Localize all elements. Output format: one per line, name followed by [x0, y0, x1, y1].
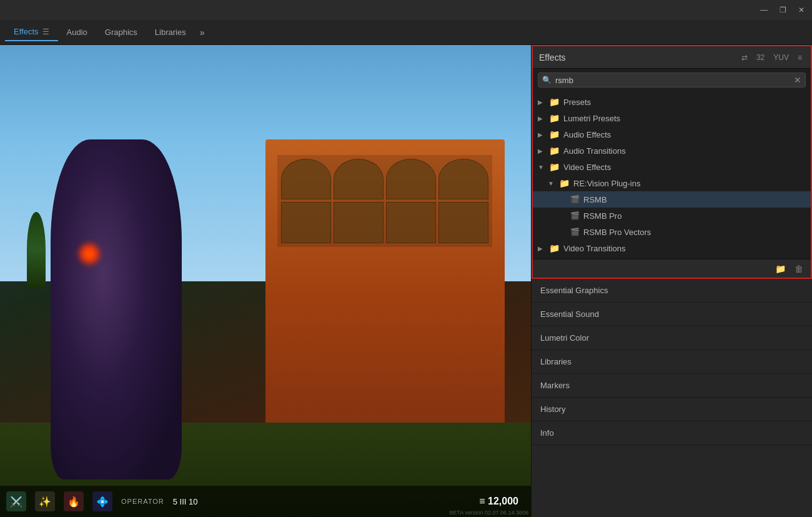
tree-item-audio-effects[interactable]: ▶ 📁 Audio Effects: [533, 126, 811, 143]
tab-menu-icon[interactable]: ☰: [42, 28, 49, 36]
panel-row-info[interactable]: Info: [532, 421, 812, 445]
panel-label-libraries: Libraries: [540, 357, 572, 366]
window-5: [281, 202, 331, 243]
tree-label-audio-effects: Audio Effects: [563, 130, 611, 139]
tree-label-rsmb-pro: RSMB Pro: [583, 211, 621, 221]
panel-row-essential-graphics[interactable]: Essential Graphics: [532, 279, 812, 303]
character-eye-glow: [77, 241, 102, 266]
tab-audio-label: Audio: [67, 28, 87, 37]
tab-effects-label: Effects: [14, 27, 39, 36]
window-7: [386, 202, 436, 243]
window-1: [281, 159, 331, 200]
chevron-right-icon: ▶: [538, 99, 545, 106]
maximize-button[interactable]: ❐: [777, 6, 788, 14]
tree-item-rsmb[interactable]: ▶ 🎬 RSMB: [533, 191, 811, 208]
tab-audio[interactable]: Audio: [58, 24, 96, 41]
hud-version: BETA version 02.07.06.14.3606: [450, 509, 528, 516]
folder-icon: 📁: [549, 97, 560, 107]
right-panel: Effects ⇄ 32 YUV ≡ 🔍 ✕ ▶ 📁: [531, 45, 812, 517]
character: [27, 102, 266, 479]
tree-item-video-transitions[interactable]: ▶ 📁 Video Transitions: [533, 240, 811, 256]
effect-icon: 🎬: [570, 228, 580, 236]
tree-item-lumetri[interactable]: ▶ 📁 Lumetri Presets: [533, 110, 811, 126]
video-preview: ⚔️ ✨ 🔥 💠 OPERATOR 5 III 10 ≡ 12,000 BETA…: [0, 45, 531, 517]
tree-item-video-effects[interactable]: ▼ 📁 Video Effects: [533, 159, 811, 175]
tree-item-presets[interactable]: ▶ 📁 Presets: [533, 94, 811, 110]
window-8: [438, 202, 488, 243]
tree-item-audio-transitions[interactable]: ▶ 📁 Audio Transitions: [533, 143, 811, 159]
tree-label-lumetri: Lumetri Presets: [563, 114, 620, 123]
effects-panel: Effects ⇄ 32 YUV ≡ 🔍 ✕ ▶ 📁: [532, 45, 812, 279]
effect-icon: 🎬: [570, 195, 580, 204]
folder-icon: 📁: [549, 162, 560, 172]
search-clear-button[interactable]: ✕: [794, 75, 801, 85]
window-3: [386, 159, 436, 200]
tab-more-button[interactable]: »: [195, 25, 210, 40]
tree-label-presets: Presets: [563, 98, 591, 107]
scene-building: [265, 139, 505, 446]
tree-item-rsmb-pro-vectors[interactable]: ▶ 🎬 RSMB Pro Vectors: [533, 224, 811, 240]
building-windows: [277, 155, 492, 247]
tree-item-rsmb-pro[interactable]: ▶ 🎬 RSMB Pro: [533, 208, 811, 224]
hud-icon-4: 💠: [92, 491, 112, 511]
main-area: ⚔️ ✨ 🔥 💠 OPERATOR 5 III 10 ≡ 12,000 BETA…: [0, 45, 812, 517]
folder-icon: 📁: [549, 243, 560, 253]
close-button[interactable]: ✕: [796, 6, 807, 14]
panel-label-history: History: [540, 404, 565, 414]
chevron-down-icon: ▼: [548, 180, 555, 187]
chevron-right-icon: ▶: [538, 148, 545, 154]
chevron-right-icon: ▶: [538, 115, 545, 122]
tree-label-audio-transitions: Audio Transitions: [563, 146, 626, 156]
tab-graphics-label: Graphics: [105, 28, 137, 37]
effects-tree: ▶ 📁 Presets ▶ 📁 Lumetri Presets ▶ 📁 Audi…: [533, 91, 811, 259]
chevron-right-icon: ▶: [538, 245, 545, 252]
effects-panel-title: Effects: [539, 53, 566, 63]
panel-row-history[interactable]: History: [532, 398, 812, 421]
tab-graphics[interactable]: Graphics: [96, 24, 146, 41]
panel-menu-button[interactable]: ≡: [795, 52, 805, 63]
folder-icon: 📁: [549, 129, 560, 139]
panel-label-essential-graphics: Essential Graphics: [540, 286, 608, 295]
game-scene: ⚔️ ✨ 🔥 💠 OPERATOR 5 III 10 ≡ 12,000 BETA…: [0, 45, 531, 517]
panel-label-markers: Markers: [540, 381, 570, 390]
character-body: [51, 139, 182, 479]
panel-label-lumetri-color: Lumetri Color: [540, 333, 589, 343]
effects-panel-header: Effects ⇄ 32 YUV ≡: [533, 46, 811, 69]
tabbar: Effects ☰ Audio Graphics Libraries »: [0, 20, 812, 45]
tree-label-rsmb: RSMB: [583, 195, 607, 204]
window-6: [334, 202, 384, 243]
window-4: [438, 159, 488, 200]
window-2: [334, 159, 384, 200]
yuv-filter-button[interactable]: YUV: [771, 52, 791, 63]
panel-row-markers[interactable]: Markers: [532, 374, 812, 398]
tab-libraries[interactable]: Libraries: [146, 24, 195, 41]
titlebar: — ❐ ✕: [0, 0, 812, 20]
panel-row-libraries[interactable]: Libraries: [532, 350, 812, 374]
tree-label-revision-plugins: RE:Vision Plug-ins: [573, 179, 640, 188]
effect-icon: 🎬: [570, 211, 580, 220]
tree-label-rsmb-pro-vectors: RSMB Pro Vectors: [583, 228, 651, 237]
panel-row-essential-sound[interactable]: Essential Sound: [532, 303, 812, 326]
effects-header-icons: ⇄ 32 YUV ≡: [739, 52, 805, 63]
hud-operator-label: OPERATOR: [121, 498, 164, 505]
new-folder-button[interactable]: 📁: [773, 263, 788, 275]
accelerated-filter-button[interactable]: ⇄: [739, 52, 750, 63]
minimize-button[interactable]: —: [758, 6, 770, 14]
hud-bottom: ⚔️ ✨ 🔥 💠 OPERATOR 5 III 10 ≡ 12,000 BETA…: [0, 486, 531, 517]
tab-effects[interactable]: Effects ☰: [5, 23, 58, 41]
hud-icon-2: ✨: [35, 491, 55, 511]
search-input[interactable]: [555, 76, 790, 85]
tree-item-revision-plugins[interactable]: ▼ 📁 RE:Vision Plug-ins: [533, 175, 811, 191]
bit32-filter-button[interactable]: 32: [754, 52, 767, 63]
effects-footer: 📁 🗑: [533, 259, 811, 278]
delete-button[interactable]: 🗑: [792, 263, 806, 275]
chevron-down-icon: ▼: [538, 164, 545, 171]
titlebar-controls: — ❐ ✕: [758, 6, 807, 14]
panel-label-essential-sound: Essential Sound: [540, 309, 599, 319]
search-bar: 🔍 ✕: [538, 73, 806, 88]
panel-row-lumetri-color[interactable]: Lumetri Color: [532, 326, 812, 350]
folder-icon: 📁: [549, 146, 560, 156]
folder-icon: 📁: [549, 113, 560, 123]
hud-ammo: 5 III 10: [173, 497, 198, 506]
chevron-right-icon: ▶: [538, 131, 545, 138]
